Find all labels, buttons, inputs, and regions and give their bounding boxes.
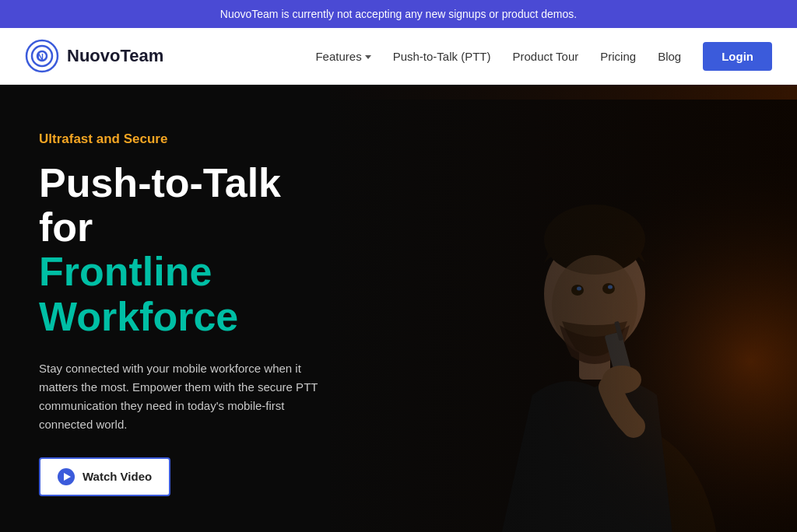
nav-blog[interactable]: Blog: [658, 50, 681, 63]
logo-icon: N: [25, 39, 59, 73]
hero-content: Ultrafast and Secure Push-to-Talk for Fr…: [0, 85, 374, 532]
nav-product-tour[interactable]: Product Tour: [513, 50, 579, 63]
svg-text:N: N: [37, 52, 44, 61]
logo[interactable]: N NuovoTeam: [25, 39, 163, 73]
nav-pricing[interactable]: Pricing: [600, 50, 636, 63]
watch-video-button[interactable]: Watch Video: [39, 457, 170, 496]
header: N NuovoTeam Features Push-to-Talk (PTT) …: [0, 28, 797, 85]
main-nav: Features Push-to-Talk (PTT) Product Tour…: [315, 42, 772, 71]
nav-ptt[interactable]: Push-to-Talk (PTT): [393, 50, 491, 63]
hero-section: Ultrafast and Secure Push-to-Talk for Fr…: [0, 85, 797, 532]
hero-description: Stay connected with your mobile workforc…: [39, 359, 335, 434]
chevron-down-icon: [365, 55, 371, 59]
play-triangle: [64, 473, 71, 481]
login-button[interactable]: Login: [703, 42, 772, 71]
hero-tagline: Ultrafast and Secure: [39, 131, 335, 147]
announcement-banner: NuovoTeam is currently not accepting any…: [0, 0, 797, 28]
hero-title: Push-to-Talk for Frontline Workforce: [39, 161, 335, 339]
logo-text: NuovoTeam: [67, 46, 163, 66]
watch-video-label: Watch Video: [83, 470, 152, 483]
banner-text: NuovoTeam is currently not accepting any…: [220, 8, 577, 20]
play-icon: [58, 468, 75, 485]
hero-title-accent: Frontline Workforce: [39, 250, 335, 338]
nav-features[interactable]: Features: [315, 50, 370, 63]
